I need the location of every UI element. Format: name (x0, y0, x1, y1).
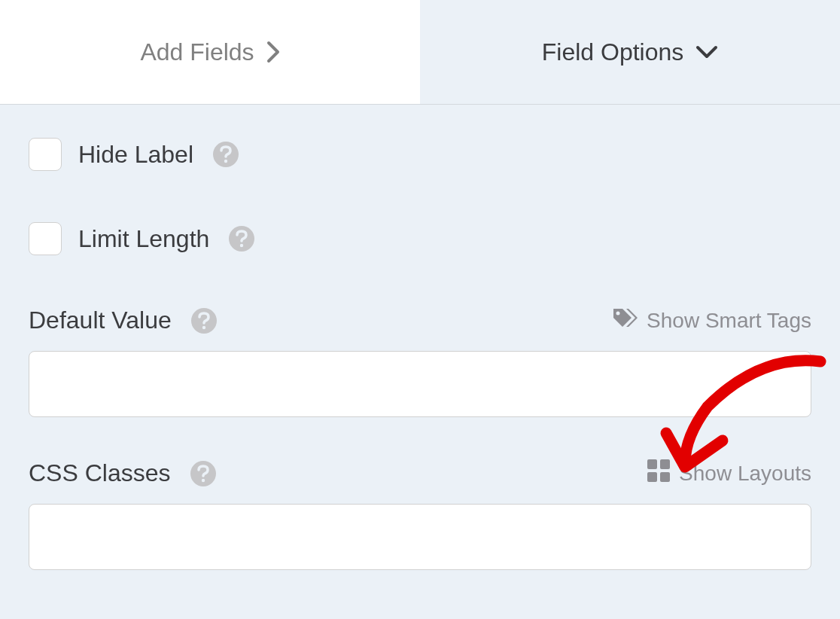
default-value-label-left: Default Value (29, 306, 217, 334)
svg-rect-9 (647, 459, 657, 469)
hide-label-row: Hide Label (29, 138, 811, 171)
svg-point-6 (616, 312, 620, 316)
help-icon[interactable] (191, 308, 217, 334)
svg-point-3 (240, 244, 243, 247)
svg-rect-12 (660, 472, 670, 482)
svg-point-1 (224, 160, 227, 163)
limit-length-checkbox[interactable] (29, 222, 62, 255)
svg-rect-10 (660, 459, 670, 469)
tab-add-fields-label: Add Fields (140, 38, 254, 66)
default-value-label-row: Default Value Show Smart Tags (29, 306, 811, 334)
chevron-right-icon (266, 41, 280, 63)
help-icon[interactable] (213, 142, 239, 167)
tab-field-options[interactable]: Field Options (420, 0, 840, 104)
chevron-down-icon (695, 45, 718, 59)
hide-label-text: Hide Label (78, 141, 193, 169)
limit-length-text: Limit Length (78, 225, 209, 253)
show-layouts-button[interactable]: Show Layouts (647, 459, 811, 487)
css-classes-label-row: CSS Classes Show Layouts (29, 459, 811, 487)
svg-point-8 (201, 478, 204, 481)
limit-length-row: Limit Length (29, 222, 811, 255)
show-layouts-label: Show Layouts (679, 462, 811, 486)
css-classes-label-left: CSS Classes (29, 459, 216, 487)
options-panel: Hide Label Limit Length Default Value (0, 104, 840, 619)
tabs-container: Add Fields Field Options (0, 0, 840, 104)
tab-add-fields[interactable]: Add Fields (0, 0, 420, 104)
show-smart-tags-button[interactable]: Show Smart Tags (612, 307, 811, 334)
show-smart-tags-label: Show Smart Tags (647, 309, 811, 333)
tags-icon (612, 307, 638, 334)
default-value-input[interactable] (29, 351, 811, 417)
svg-point-5 (202, 325, 205, 328)
hide-label-checkbox[interactable] (29, 138, 62, 171)
default-value-label: Default Value (29, 306, 172, 334)
svg-rect-11 (647, 472, 657, 482)
grid-icon (647, 459, 670, 487)
help-icon[interactable] (190, 461, 216, 486)
css-classes-input[interactable] (29, 504, 811, 570)
tab-field-options-label: Field Options (542, 38, 684, 66)
help-icon[interactable] (229, 226, 254, 252)
css-classes-label: CSS Classes (29, 459, 171, 487)
